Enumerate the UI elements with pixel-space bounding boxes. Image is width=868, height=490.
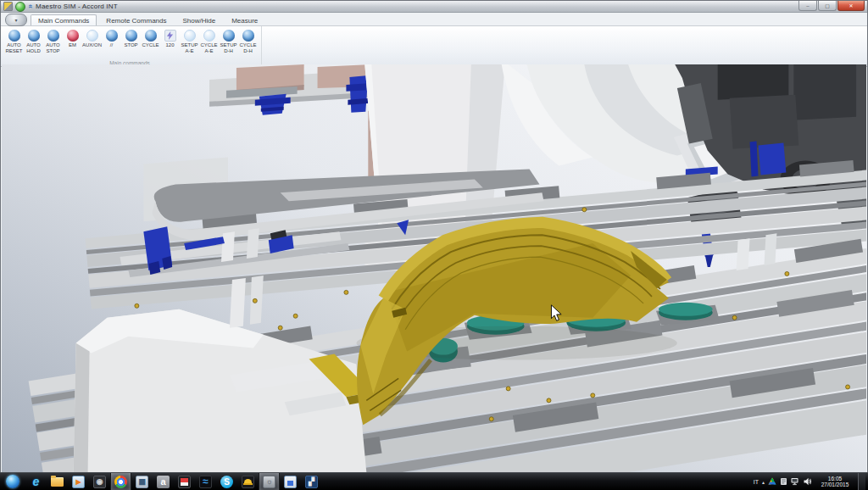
slash-button[interactable]: // <box>102 29 121 59</box>
calculator-icon: ▦ <box>136 476 148 488</box>
folder-icon <box>51 477 64 487</box>
taskbar-maestro-sim[interactable]: ☼ <box>259 473 280 490</box>
tab-main-commands[interactable]: Main Commands <box>31 14 97 25</box>
lightning-icon <box>164 30 176 42</box>
minimize-button[interactable]: – <box>798 1 817 11</box>
drive-icon[interactable] <box>768 477 776 486</box>
taskbar-file-explorer[interactable] <box>47 473 68 490</box>
taskbar-modeling-app[interactable]: a <box>153 473 174 490</box>
a-app-icon: a <box>157 476 170 488</box>
language-indicator[interactable]: IT <box>754 479 759 485</box>
sphere-icon <box>28 30 40 42</box>
cycle-dh-button[interactable]: CYCLE D-H <box>238 29 258 59</box>
hard-hat-icon <box>242 476 254 488</box>
main-commands-group: AUTO RESET AUTO HOLD AUTO STOP EM AUX/ON… <box>3 26 262 66</box>
setup-ae-button[interactable]: SETUP A-E <box>180 29 199 59</box>
sphere-icon <box>145 30 157 42</box>
network-icon[interactable] <box>791 477 800 486</box>
sphere-icon <box>8 30 20 42</box>
taskbar-skype[interactable]: S <box>216 473 237 490</box>
machine-3d-viewport[interactable] <box>2 64 866 472</box>
windows-orb-icon <box>6 475 19 488</box>
windows-taskbar: e ▶ ◉ ▦ a ≈ S ☼ ▞ IT ▴ <box>0 472 868 490</box>
ribbon-tab-row: ▾ File Main Commands Remote Commands Sho… <box>1 13 867 26</box>
sphere-icon <box>203 30 215 42</box>
skype-icon: S <box>220 476 233 488</box>
speaker-icon[interactable] <box>804 477 812 486</box>
notification-icon[interactable] <box>780 477 787 486</box>
aux-on-button[interactable]: AUX/ON <box>82 29 102 59</box>
title-bar: « Maestro SIM - Accord INT – ▢ ✕ <box>1 1 867 13</box>
floppy-icon <box>178 476 191 488</box>
taskbar-backup-tool[interactable] <box>174 473 195 490</box>
taskbar-cad-app[interactable]: ≈ <box>195 473 216 490</box>
em-button[interactable]: EM <box>63 29 82 59</box>
taskbar-internet-explorer[interactable]: e <box>25 473 47 490</box>
wave-icon: ≈ <box>199 476 212 488</box>
taskbar-cam-tool[interactable] <box>237 473 259 490</box>
cycle-button[interactable]: CYCLE <box>141 29 160 59</box>
window-controls: – ▢ ✕ <box>798 1 865 11</box>
simulator-icon: ☼ <box>263 476 275 488</box>
internet-explorer-icon: e <box>30 476 42 488</box>
tab-remote-commands[interactable]: Remote Commands <box>99 15 173 25</box>
sphere-icon <box>184 30 196 42</box>
clock-date: 27/01/2015 <box>815 482 854 488</box>
ribbon: AUTO RESET AUTO HOLD AUTO STOP EM AUX/ON… <box>1 26 867 67</box>
clock-time: 16:05 <box>815 476 854 482</box>
sphere-icon <box>47 30 59 42</box>
camera-icon: ◉ <box>93 476 106 488</box>
taskbar-calculator[interactable]: ▦ <box>131 473 153 490</box>
taskbar-save-tool[interactable] <box>280 473 301 490</box>
stop-button[interactable]: STOP <box>121 29 141 59</box>
status-green-button[interactable] <box>15 2 25 12</box>
photo-icon: ▞ <box>305 476 318 488</box>
sphere-icon <box>223 30 235 42</box>
system-tray: IT ▴ 16:05 27/01/2015 <box>754 473 868 490</box>
auto-stop-button[interactable]: AUTO STOP <box>43 29 63 59</box>
auto-reset-button[interactable]: AUTO RESET <box>4 29 24 59</box>
app-menu-button[interactable]: ▾ <box>5 14 27 26</box>
chrome-icon <box>114 476 127 488</box>
auto-hold-button[interactable]: AUTO HOLD <box>24 29 43 59</box>
taskbar-chrome[interactable] <box>110 473 131 490</box>
taskbar-clock[interactable]: 16:05 27/01/2015 <box>815 476 854 488</box>
hidden-icons-button[interactable]: ▴ <box>762 479 765 485</box>
sphere-icon <box>242 30 254 42</box>
taskbar-photo-viewer[interactable]: ▞ <box>301 473 322 490</box>
blue-floppy-icon <box>284 476 297 488</box>
app-icon <box>3 2 13 11</box>
setup-dh-button[interactable]: SETUP D-H <box>219 29 238 59</box>
taskbar-media-player[interactable]: ▶ <box>68 473 89 490</box>
emergency-sphere-icon <box>67 30 79 42</box>
tab-measure[interactable]: Measure <box>225 15 264 25</box>
show-desktop-button[interactable] <box>858 473 865 490</box>
button-120[interactable]: 120 <box>160 29 180 59</box>
collapse-ribbon-icon[interactable]: « <box>26 4 34 8</box>
tab-show-hide[interactable]: Show/Hide <box>176 15 223 25</box>
sphere-icon <box>86 30 98 42</box>
taskbar-screen-recorder[interactable]: ◉ <box>89 473 110 490</box>
sphere-icon <box>106 30 118 42</box>
cycle-ae-button[interactable]: CYCLE A-E <box>199 29 219 59</box>
play-icon: ▶ <box>72 476 85 488</box>
close-button[interactable]: ✕ <box>837 1 865 11</box>
sphere-icon <box>125 30 137 42</box>
start-button[interactable] <box>0 473 25 490</box>
application-window: « Maestro SIM - Accord INT – ▢ ✕ ▾ File … <box>0 0 868 473</box>
window-title: Maestro SIM - Accord INT <box>36 3 118 10</box>
maximize-button[interactable]: ▢ <box>818 1 837 11</box>
